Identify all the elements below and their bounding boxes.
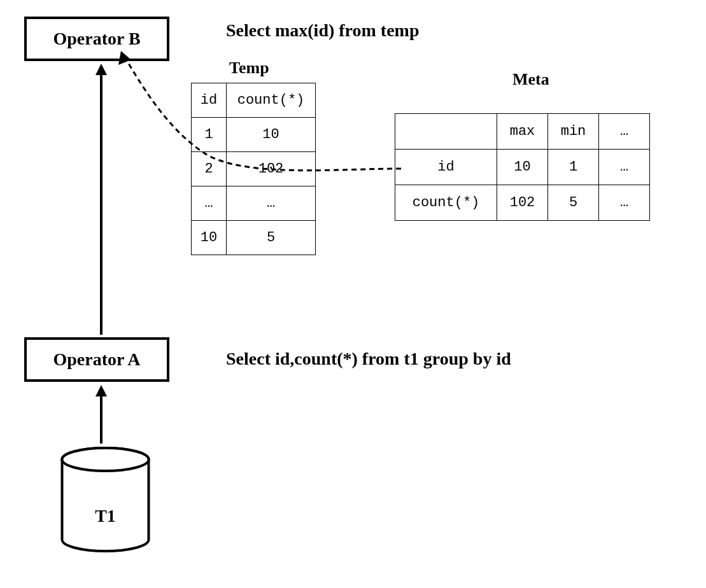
temp-table-title: Temp <box>229 59 269 78</box>
operator-a-box: Operator A <box>24 337 169 382</box>
table-row: 2 102 <box>192 152 316 186</box>
temp-cell: 1 <box>192 118 227 152</box>
temp-cell: 102 <box>227 152 316 186</box>
temp-cell: … <box>192 186 227 221</box>
meta-cell: id <box>395 150 497 185</box>
sql-query-bottom: Select id,count(*) from t1 group by id <box>226 349 511 369</box>
meta-cell: 1 <box>548 150 599 185</box>
meta-cell: count(*) <box>395 185 497 221</box>
temp-table: id count(*) 1 10 2 102 … … 10 5 <box>191 83 316 255</box>
temp-header-count: count(*) <box>227 83 316 118</box>
meta-cell: 10 <box>497 150 548 185</box>
meta-table-title: Meta <box>512 70 549 89</box>
table-row: … … <box>192 186 316 221</box>
temp-header-id: id <box>192 83 227 118</box>
meta-cell: … <box>599 150 650 185</box>
temp-cell: 5 <box>227 221 316 255</box>
table-row: 1 10 <box>192 118 316 152</box>
arrow-t1-to-a-icon <box>94 385 109 444</box>
svg-marker-3 <box>95 64 107 75</box>
table-row: max min … <box>395 114 650 150</box>
table-row: id 10 1 … <box>395 150 650 185</box>
meta-header-max: max <box>497 114 548 150</box>
temp-cell: … <box>227 186 316 221</box>
operator-a-label: Operator A <box>53 349 140 370</box>
temp-cell: 2 <box>192 152 227 186</box>
svg-marker-5 <box>95 385 107 396</box>
operator-b-box: Operator B <box>24 17 169 61</box>
operator-b-label: Operator B <box>53 29 140 49</box>
arrow-a-to-b-icon <box>94 64 109 335</box>
meta-header-blank <box>395 114 497 150</box>
meta-cell: 102 <box>497 185 548 221</box>
table-row: 10 5 <box>192 221 316 255</box>
temp-cell: 10 <box>192 221 227 255</box>
cylinder-icon <box>59 445 152 554</box>
meta-cell: … <box>599 185 650 221</box>
meta-table: max min … id 10 1 … count(*) 102 5 … <box>395 113 650 221</box>
svg-point-1 <box>62 448 149 471</box>
datasource-cylinder: T1 <box>59 445 152 554</box>
table-row: id count(*) <box>192 83 316 118</box>
datasource-label: T1 <box>59 506 152 526</box>
temp-cell: 10 <box>227 118 316 152</box>
meta-header-more: … <box>599 114 650 150</box>
meta-header-min: min <box>548 114 599 150</box>
sql-query-top: Select max(id) from temp <box>226 20 420 41</box>
meta-cell: 5 <box>548 185 599 221</box>
table-row: count(*) 102 5 … <box>395 185 650 221</box>
